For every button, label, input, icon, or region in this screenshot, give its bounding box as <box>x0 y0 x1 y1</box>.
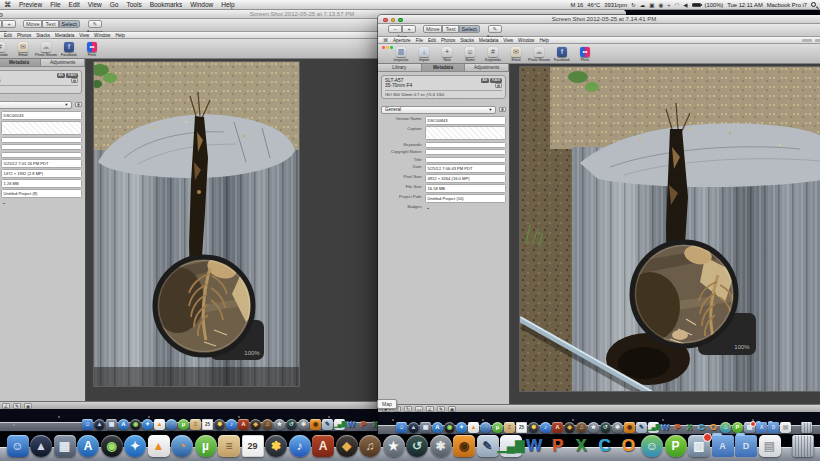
display-icon[interactable]: ▣ <box>649 2 654 8</box>
installer-icon[interactable]: ▦ <box>54 435 76 457</box>
camera-app-icon[interactable]: ◉ <box>453 435 475 457</box>
window-dot <box>390 46 393 49</box>
window-dot <box>382 46 385 49</box>
menu-clock[interactable]: Tue 12:11 AM <box>727 2 762 8</box>
status-blur <box>815 39 820 42</box>
folder-documents-icon[interactable]: D <box>735 435 757 457</box>
time-machine-icon[interactable]: ↺ <box>406 435 428 457</box>
menu-bookmarks[interactable]: Bookmarks <box>146 0 187 10</box>
volume-icon[interactable]: ◀ <box>683 2 687 8</box>
window-controls[interactable] <box>0 13 3 18</box>
aperture-window-controls <box>382 46 393 49</box>
excel-icon[interactable]: X <box>571 435 593 457</box>
sync-icon[interactable]: ↻ <box>631 2 636 8</box>
zoom-in-button[interactable]: + <box>2 20 16 28</box>
aperture-menu-view: View <box>79 33 89 38</box>
crop-icon: ▭ <box>415 406 423 412</box>
itunes-icon[interactable]: ♪ <box>289 435 311 457</box>
iphoto-icon[interactable]: ✽ <box>265 435 287 457</box>
wifi-icon[interactable]: ◠ <box>675 2 680 8</box>
select-button[interactable]: Select <box>459 25 480 33</box>
menu-tools[interactable]: Tools <box>122 0 145 10</box>
firefox-icon[interactable]: ◔ <box>171 435 193 457</box>
photo-stream-icon: ☁ <box>534 47 544 57</box>
cloud-icon[interactable]: ☁ <box>640 2 646 8</box>
aperture-menu-stacks: Stacks <box>460 38 474 43</box>
stump-photo: 100% <box>94 62 299 386</box>
menu-help[interactable]: Help <box>217 0 238 10</box>
utorrent-icon[interactable]: µ <box>195 435 217 457</box>
letter-c-app-icon[interactable]: C <box>594 435 616 457</box>
annotate-button[interactable]: ✎ <box>488 25 502 33</box>
letter-o-app-icon[interactable]: O <box>618 435 640 457</box>
dictionary-icon[interactable]: A <box>312 435 334 457</box>
system-preferences-icon[interactable]: ✱ <box>430 435 452 457</box>
zoom-out-button[interactable]: − <box>388 25 402 33</box>
preset-action-button: ✱ <box>75 102 82 107</box>
screenshot-image[interactable]: ⌘ApertureFileEditPhotosStacksMetadataVie… <box>378 37 820 435</box>
field-value: 16.58 MB <box>425 184 506 193</box>
aperture-status-area <box>802 39 820 42</box>
annotate-button[interactable]: ✎ <box>88 20 102 28</box>
vlc-icon[interactable]: ▲ <box>148 435 170 457</box>
app-store-icon[interactable]: A <box>77 435 99 457</box>
app-menus: PreviewFileEditViewGoToolsBookmarksWindo… <box>15 0 239 10</box>
field-version-name: Version Name:DSC00143 <box>0 111 82 120</box>
idvd-icon[interactable]: ◆ <box>336 435 358 457</box>
zoom-in-button[interactable]: + <box>402 25 416 33</box>
spotlight-icon[interactable] <box>811 2 816 7</box>
apple-menu-icon[interactable]: ⌘ <box>4 1 11 9</box>
folder-applications-icon[interactable]: A <box>712 435 734 457</box>
minimize-button[interactable] <box>391 18 396 23</box>
field-file-size: File Size:1.26 MB <box>0 179 82 188</box>
screenshot-file-icon[interactable]: ▨ <box>688 435 710 457</box>
close-button[interactable] <box>383 18 388 23</box>
launchpad-icon[interactable]: ▲ <box>30 435 52 457</box>
menu-edit[interactable]: Edit <box>65 0 84 10</box>
dashboard-icon[interactable]: ◉ <box>101 435 123 457</box>
field-label: Badges: <box>381 204 425 210</box>
move-button[interactable]: Move <box>423 25 442 33</box>
word-icon[interactable]: W <box>524 435 546 457</box>
garageband-icon[interactable]: ♫ <box>359 435 381 457</box>
trash-icon[interactable] <box>792 435 814 457</box>
zoom-button[interactable] <box>398 18 403 23</box>
aperture-menu-stacks: Stacks <box>36 33 50 38</box>
motion-star-icon[interactable]: ★ <box>383 435 405 457</box>
text-button[interactable]: Text <box>442 25 458 33</box>
zoom-button[interactable] <box>0 13 3 18</box>
update-icon[interactable]: ◉ <box>659 2 664 8</box>
menu-window[interactable]: Window <box>186 0 217 10</box>
move-button[interactable]: Move <box>23 20 42 28</box>
menu-view[interactable]: View <box>84 0 106 10</box>
spaces-icon[interactable]: + <box>667 2 670 8</box>
menu-file[interactable]: File <box>46 0 64 10</box>
field-pixel-size: Pixel Size:1472 × 1932 (2.8 MP) <box>0 169 82 178</box>
window-controls[interactable] <box>383 18 403 23</box>
messenger-icon[interactable]: ☺ <box>641 435 663 457</box>
field-value: 4912 × 3264 (16.0 MP) <box>425 174 506 183</box>
tool-label: Photo Stream <box>528 58 550 62</box>
flickr-icon: •• <box>87 42 97 52</box>
sketch-app-icon[interactable]: ✎ <box>477 435 499 457</box>
aperture-tool-facebook: fFacebook <box>60 42 78 57</box>
field-label: File Size: <box>381 184 425 190</box>
select-button[interactable]: Select <box>59 20 80 28</box>
facebook-icon: f <box>557 47 567 57</box>
safari-icon[interactable]: ✦ <box>124 435 146 457</box>
chat-p-icon[interactable]: P <box>665 435 687 457</box>
powerpoint-icon[interactable]: P <box>547 435 569 457</box>
menu-go[interactable]: Go <box>106 0 123 10</box>
text-button[interactable]: Text <box>42 20 58 28</box>
chart-app-icon[interactable]: ▁▄▇ <box>500 435 522 457</box>
paper-stack-icon[interactable]: ▤ <box>759 435 781 457</box>
mode-group: Move Text Select <box>23 20 80 28</box>
finder-icon[interactable]: ☺ <box>7 435 29 457</box>
field-value <box>425 149 506 155</box>
window-titlebar[interactable]: Screen Shot 2012-05-25 at 7.14.41 PM <box>378 15 820 24</box>
battery-percent: (100%) <box>705 2 724 8</box>
menu-preview[interactable]: Preview <box>15 0 46 10</box>
journal-icon[interactable]: ≡ <box>218 435 240 457</box>
ical-icon[interactable]: 29 <box>242 435 264 457</box>
window-title: Screen Shot 2012-05-25 at 7.14.41 PM <box>552 16 656 22</box>
